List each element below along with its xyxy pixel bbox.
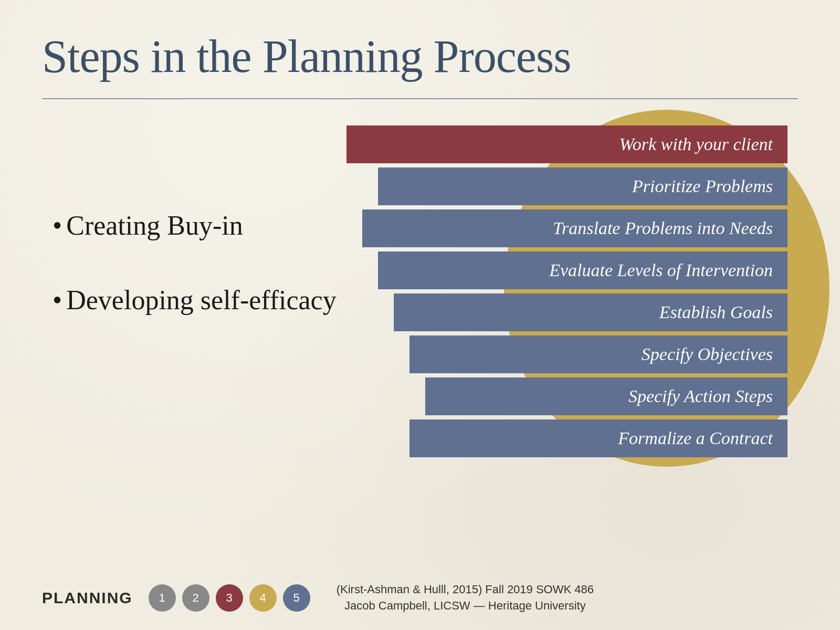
step-1: Work with your client [346,125,788,163]
step-8-label: Formalize a Contract [618,428,773,448]
step-2: Prioritize Problems [378,167,788,205]
page-dot-5[interactable]: 5 [283,584,310,612]
bullet-text-1: Creating Buy-in [66,209,243,242]
step-5-label: Establish Goals [659,302,773,322]
slide-container: Steps in the Planning Process • Creating… [0,0,840,630]
footer: PLANNING 1 2 3 4 5 (Kirst-Ashman & Hulll… [42,582,798,614]
step-7: Specify Action Steps [425,377,788,415]
step-1-label: Work with your client [620,134,773,154]
left-panel: • Creating Buy-in • Developing self-effi… [42,125,346,359]
title-divider [42,98,798,99]
step-6-label: Specify Objectives [642,344,773,364]
step-4-label: Evaluate Levels of Intervention [549,260,773,280]
right-panel: Work with your client Prioritize Problem… [346,125,798,556]
page-dots: 1 2 3 4 5 [149,584,310,612]
citation-line-1: (Kirst-Ashman & Hulll, 2015) Fall 2019 S… [337,582,594,598]
slide-title: Steps in the Planning Process [42,32,798,82]
step-6: Specify Objectives [410,335,788,373]
page-dot-3[interactable]: 3 [216,584,243,612]
step-4: Evaluate Levels of Intervention [378,251,788,289]
page-dot-2[interactable]: 2 [182,584,209,612]
step-5: Establish Goals [394,293,788,331]
step-8: Formalize a Contract [410,419,788,457]
page-dot-4[interactable]: 4 [249,584,277,612]
step-2-label: Prioritize Problems [632,176,773,196]
footer-label: PLANNING [42,589,133,607]
citation-line-2: Jacob Campbell, LICSW — Heritage Univers… [337,598,594,614]
content-area: • Creating Buy-in • Developing self-effi… [42,125,798,556]
bullet-item-1: • Creating Buy-in [52,209,346,242]
bullet-dot-1: • [52,209,62,242]
bullet-dot-2: • [52,284,62,317]
steps-container: Work with your client Prioritize Problem… [346,125,798,556]
bullet-item-2: • Developing self-efficacy [52,284,346,317]
footer-citation: (Kirst-Ashman & Hulll, 2015) Fall 2019 S… [337,582,594,614]
bullet-text-2: Developing self-efficacy [66,284,336,317]
step-3-label: Translate Problems into Needs [553,218,773,238]
step-3: Translate Problems into Needs [362,209,788,247]
step-7-label: Specify Action Steps [628,386,773,406]
page-dot-1[interactable]: 1 [149,584,176,612]
